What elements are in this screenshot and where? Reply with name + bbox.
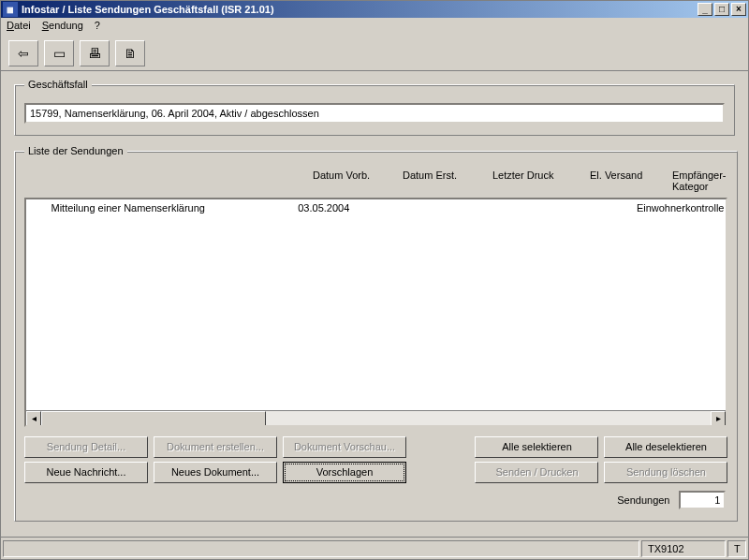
sendung-loeschen-button[interactable]: Sendung löschen (604, 462, 727, 483)
col-empf-kat: Empfänger-Kategor (672, 169, 726, 192)
toolbar-doc-icon[interactable]: 🗎 (115, 40, 145, 66)
app-icon: ▦ (3, 2, 18, 17)
button-row-2: Neue Nachricht... Neues Dokument... Vors… (24, 462, 727, 483)
client-area: Geschäftsfall Liste der Sendungen Datum … (1, 71, 748, 537)
app-window: ▦ Infostar / Liste Sendungen Geschäftsfa… (0, 0, 749, 560)
sendung-detail-button[interactable]: Sendung Detail... (24, 436, 148, 458)
close-button[interactable]: × (731, 3, 746, 16)
row-name: Mitteilung einer Namenserklärung (51, 202, 298, 214)
liste-legend: Liste der Sendungen (24, 145, 127, 156)
window-title: Infostar / Liste Sendungen Geschäftsfall… (22, 4, 696, 15)
geschaftsfall-input[interactable] (24, 103, 725, 124)
dokument-vorschau-button[interactable]: Dokument Vorschau... (283, 436, 406, 458)
toolbar-back-icon[interactable]: ⇦ (8, 40, 38, 66)
list-area[interactable]: Mitteilung einer Namenserklärung 03.05.2… (24, 198, 727, 427)
column-headers: Datum Vorb. Datum Erst. Letzter Druck El… (24, 166, 727, 198)
vorschlagen-button[interactable]: Vorschlagen (283, 462, 406, 483)
neue-nachricht-button[interactable]: Neue Nachricht... (24, 462, 148, 483)
sendungen-count[interactable] (679, 491, 726, 509)
maximize-button[interactable]: □ (714, 3, 729, 16)
statusbar-code: TX9102 (641, 540, 726, 557)
sendungen-status: Sendungen (24, 491, 727, 509)
button-row-1: Sendung Detail... Dokument erstellen... … (24, 436, 727, 458)
scroll-track[interactable] (266, 411, 711, 425)
menu-datei[interactable]: Datei (7, 20, 31, 35)
menubar: Datei Sendung ? (1, 18, 748, 37)
toolbar-print-icon[interactable]: 🖶 (80, 40, 110, 66)
liste-group: Liste der Sendungen Datum Vorb. Datum Er… (14, 145, 738, 522)
col-el-versand: El. Versand (590, 169, 672, 192)
alle-deselektieren-button[interactable]: Alle deselektieren (604, 436, 727, 458)
row-el-versand (559, 202, 637, 214)
row-letzter-druck (467, 202, 559, 214)
scroll-left-icon[interactable]: ◂ (26, 411, 41, 426)
toolbar-card-icon[interactable]: ▭ (44, 40, 74, 66)
titlebar: ▦ Infostar / Liste Sendungen Geschäftsfa… (1, 1, 748, 18)
neues-dokument-button[interactable]: Neues Dokument... (154, 462, 277, 483)
table-row[interactable]: Mitteilung einer Namenserklärung 03.05.2… (26, 199, 726, 216)
col-datum-erst: Datum Erst. (403, 169, 492, 192)
geschaftsfall-legend: Geschäftsfall (24, 79, 92, 90)
scroll-right-icon[interactable]: ▸ (711, 411, 726, 426)
dokument-erstellen-button[interactable]: Dokument erstellen... (154, 436, 277, 458)
menu-help[interactable]: ? (95, 20, 100, 35)
row-datum-vorb: 03.05.2004 (298, 202, 382, 214)
sendungen-label: Sendungen (617, 494, 669, 506)
col-datum-vorb: Datum Vorb. (313, 169, 403, 192)
statusbar: TX9102 T (1, 537, 748, 559)
statusbar-main (3, 540, 639, 557)
alle-selektieren-button[interactable]: Alle selektieren (475, 436, 598, 458)
senden-drucken-button[interactable]: Senden / Drucken (475, 462, 598, 483)
row-datum-erst (383, 202, 467, 214)
toolbar: ⇦ ▭ 🖶 🗎 (1, 37, 748, 71)
geschaftsfall-group: Geschäftsfall (14, 79, 735, 136)
col-letzter-druck: Letzter Druck (492, 169, 590, 192)
h-scrollbar[interactable]: ◂ ▸ (26, 410, 726, 425)
statusbar-mode: T (727, 540, 746, 557)
minimize-button[interactable]: _ (698, 3, 712, 16)
menu-sendung[interactable]: Sendung (42, 20, 83, 35)
scroll-thumb[interactable] (41, 411, 266, 426)
row-empf-kat: Einwohnerkontrolle (637, 202, 725, 214)
